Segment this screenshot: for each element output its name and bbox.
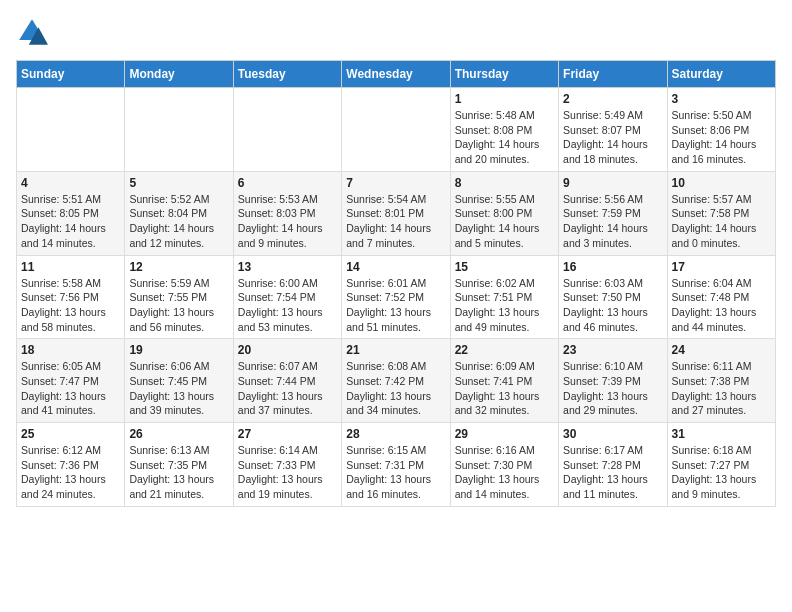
day-cell: 30Sunrise: 6:17 AM Sunset: 7:28 PM Dayli…	[559, 423, 667, 507]
day-info: Sunrise: 5:54 AM Sunset: 8:01 PM Dayligh…	[346, 192, 445, 251]
day-number: 7	[346, 176, 445, 190]
day-cell: 20Sunrise: 6:07 AM Sunset: 7:44 PM Dayli…	[233, 339, 341, 423]
day-cell: 26Sunrise: 6:13 AM Sunset: 7:35 PM Dayli…	[125, 423, 233, 507]
day-info: Sunrise: 5:57 AM Sunset: 7:58 PM Dayligh…	[672, 192, 771, 251]
day-cell: 3Sunrise: 5:50 AM Sunset: 8:06 PM Daylig…	[667, 88, 775, 172]
day-info: Sunrise: 5:48 AM Sunset: 8:08 PM Dayligh…	[455, 108, 554, 167]
header-friday: Friday	[559, 61, 667, 88]
day-number: 13	[238, 260, 337, 274]
day-info: Sunrise: 5:52 AM Sunset: 8:04 PM Dayligh…	[129, 192, 228, 251]
day-cell: 21Sunrise: 6:08 AM Sunset: 7:42 PM Dayli…	[342, 339, 450, 423]
header-tuesday: Tuesday	[233, 61, 341, 88]
day-info: Sunrise: 6:06 AM Sunset: 7:45 PM Dayligh…	[129, 359, 228, 418]
day-info: Sunrise: 6:15 AM Sunset: 7:31 PM Dayligh…	[346, 443, 445, 502]
day-cell: 12Sunrise: 5:59 AM Sunset: 7:55 PM Dayli…	[125, 255, 233, 339]
day-info: Sunrise: 5:53 AM Sunset: 8:03 PM Dayligh…	[238, 192, 337, 251]
day-info: Sunrise: 5:56 AM Sunset: 7:59 PM Dayligh…	[563, 192, 662, 251]
day-number: 30	[563, 427, 662, 441]
day-info: Sunrise: 6:02 AM Sunset: 7:51 PM Dayligh…	[455, 276, 554, 335]
day-cell: 4Sunrise: 5:51 AM Sunset: 8:05 PM Daylig…	[17, 171, 125, 255]
day-number: 24	[672, 343, 771, 357]
day-cell: 6Sunrise: 5:53 AM Sunset: 8:03 PM Daylig…	[233, 171, 341, 255]
day-number: 14	[346, 260, 445, 274]
day-cell: 10Sunrise: 5:57 AM Sunset: 7:58 PM Dayli…	[667, 171, 775, 255]
day-number: 2	[563, 92, 662, 106]
day-number: 28	[346, 427, 445, 441]
day-info: Sunrise: 6:07 AM Sunset: 7:44 PM Dayligh…	[238, 359, 337, 418]
day-number: 31	[672, 427, 771, 441]
header-saturday: Saturday	[667, 61, 775, 88]
week-row-4: 18Sunrise: 6:05 AM Sunset: 7:47 PM Dayli…	[17, 339, 776, 423]
day-info: Sunrise: 6:14 AM Sunset: 7:33 PM Dayligh…	[238, 443, 337, 502]
header-monday: Monday	[125, 61, 233, 88]
day-number: 6	[238, 176, 337, 190]
day-number: 21	[346, 343, 445, 357]
day-cell: 18Sunrise: 6:05 AM Sunset: 7:47 PM Dayli…	[17, 339, 125, 423]
logo	[16, 16, 52, 48]
day-info: Sunrise: 5:55 AM Sunset: 8:00 PM Dayligh…	[455, 192, 554, 251]
day-info: Sunrise: 5:58 AM Sunset: 7:56 PM Dayligh…	[21, 276, 120, 335]
day-cell: 11Sunrise: 5:58 AM Sunset: 7:56 PM Dayli…	[17, 255, 125, 339]
day-number: 16	[563, 260, 662, 274]
day-cell: 13Sunrise: 6:00 AM Sunset: 7:54 PM Dayli…	[233, 255, 341, 339]
day-cell: 23Sunrise: 6:10 AM Sunset: 7:39 PM Dayli…	[559, 339, 667, 423]
day-info: Sunrise: 6:08 AM Sunset: 7:42 PM Dayligh…	[346, 359, 445, 418]
header-wednesday: Wednesday	[342, 61, 450, 88]
calendar-header: SundayMondayTuesdayWednesdayThursdayFrid…	[17, 61, 776, 88]
calendar-body: 1Sunrise: 5:48 AM Sunset: 8:08 PM Daylig…	[17, 88, 776, 507]
day-number: 23	[563, 343, 662, 357]
day-info: Sunrise: 5:49 AM Sunset: 8:07 PM Dayligh…	[563, 108, 662, 167]
day-cell: 9Sunrise: 5:56 AM Sunset: 7:59 PM Daylig…	[559, 171, 667, 255]
day-info: Sunrise: 5:50 AM Sunset: 8:06 PM Dayligh…	[672, 108, 771, 167]
day-number: 19	[129, 343, 228, 357]
day-number: 10	[672, 176, 771, 190]
week-row-3: 11Sunrise: 5:58 AM Sunset: 7:56 PM Dayli…	[17, 255, 776, 339]
day-info: Sunrise: 6:00 AM Sunset: 7:54 PM Dayligh…	[238, 276, 337, 335]
day-number: 11	[21, 260, 120, 274]
day-info: Sunrise: 6:04 AM Sunset: 7:48 PM Dayligh…	[672, 276, 771, 335]
day-number: 15	[455, 260, 554, 274]
week-row-2: 4Sunrise: 5:51 AM Sunset: 8:05 PM Daylig…	[17, 171, 776, 255]
day-number: 25	[21, 427, 120, 441]
day-cell: 19Sunrise: 6:06 AM Sunset: 7:45 PM Dayli…	[125, 339, 233, 423]
day-number: 17	[672, 260, 771, 274]
day-cell: 28Sunrise: 6:15 AM Sunset: 7:31 PM Dayli…	[342, 423, 450, 507]
day-number: 4	[21, 176, 120, 190]
day-cell	[233, 88, 341, 172]
day-cell: 17Sunrise: 6:04 AM Sunset: 7:48 PM Dayli…	[667, 255, 775, 339]
day-number: 29	[455, 427, 554, 441]
day-info: Sunrise: 6:09 AM Sunset: 7:41 PM Dayligh…	[455, 359, 554, 418]
day-info: Sunrise: 6:10 AM Sunset: 7:39 PM Dayligh…	[563, 359, 662, 418]
logo-icon	[16, 16, 48, 48]
day-info: Sunrise: 6:17 AM Sunset: 7:28 PM Dayligh…	[563, 443, 662, 502]
day-info: Sunrise: 6:11 AM Sunset: 7:38 PM Dayligh…	[672, 359, 771, 418]
day-cell: 8Sunrise: 5:55 AM Sunset: 8:00 PM Daylig…	[450, 171, 558, 255]
day-cell: 15Sunrise: 6:02 AM Sunset: 7:51 PM Dayli…	[450, 255, 558, 339]
day-number: 22	[455, 343, 554, 357]
day-info: Sunrise: 6:03 AM Sunset: 7:50 PM Dayligh…	[563, 276, 662, 335]
day-info: Sunrise: 6:12 AM Sunset: 7:36 PM Dayligh…	[21, 443, 120, 502]
day-cell	[125, 88, 233, 172]
day-info: Sunrise: 5:51 AM Sunset: 8:05 PM Dayligh…	[21, 192, 120, 251]
day-cell	[342, 88, 450, 172]
week-row-1: 1Sunrise: 5:48 AM Sunset: 8:08 PM Daylig…	[17, 88, 776, 172]
day-info: Sunrise: 6:01 AM Sunset: 7:52 PM Dayligh…	[346, 276, 445, 335]
day-number: 26	[129, 427, 228, 441]
day-cell: 2Sunrise: 5:49 AM Sunset: 8:07 PM Daylig…	[559, 88, 667, 172]
day-info: Sunrise: 6:18 AM Sunset: 7:27 PM Dayligh…	[672, 443, 771, 502]
day-cell: 29Sunrise: 6:16 AM Sunset: 7:30 PM Dayli…	[450, 423, 558, 507]
day-cell: 31Sunrise: 6:18 AM Sunset: 7:27 PM Dayli…	[667, 423, 775, 507]
header-thursday: Thursday	[450, 61, 558, 88]
day-number: 27	[238, 427, 337, 441]
day-cell: 7Sunrise: 5:54 AM Sunset: 8:01 PM Daylig…	[342, 171, 450, 255]
day-cell: 22Sunrise: 6:09 AM Sunset: 7:41 PM Dayli…	[450, 339, 558, 423]
day-cell: 5Sunrise: 5:52 AM Sunset: 8:04 PM Daylig…	[125, 171, 233, 255]
day-info: Sunrise: 6:13 AM Sunset: 7:35 PM Dayligh…	[129, 443, 228, 502]
day-number: 12	[129, 260, 228, 274]
header-row: SundayMondayTuesdayWednesdayThursdayFrid…	[17, 61, 776, 88]
day-number: 1	[455, 92, 554, 106]
day-cell: 14Sunrise: 6:01 AM Sunset: 7:52 PM Dayli…	[342, 255, 450, 339]
day-number: 9	[563, 176, 662, 190]
header-sunday: Sunday	[17, 61, 125, 88]
day-cell: 27Sunrise: 6:14 AM Sunset: 7:33 PM Dayli…	[233, 423, 341, 507]
